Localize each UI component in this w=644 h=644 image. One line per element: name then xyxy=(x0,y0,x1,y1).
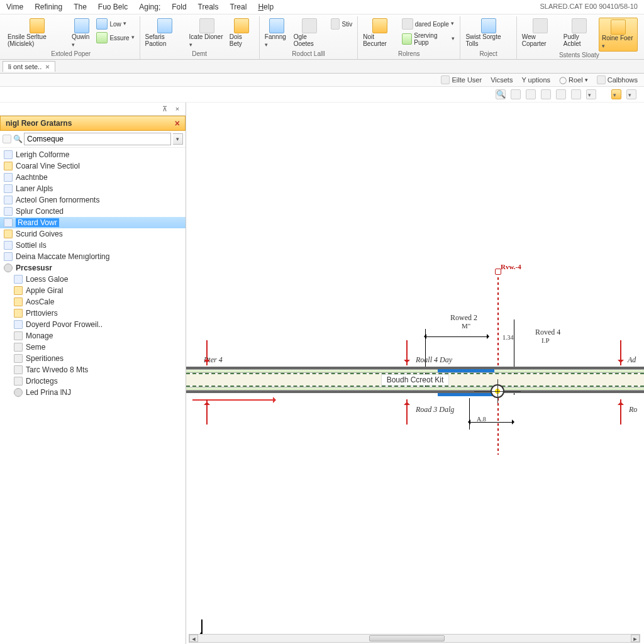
ribbon-button[interactable]: dared Eople xyxy=(401,18,457,30)
tool-icon xyxy=(269,18,284,33)
tree-item-label: Splur Concted xyxy=(16,207,64,216)
ribbon-button[interactable]: Quwin xyxy=(70,18,93,49)
ribbon-button[interactable]: Wew Coparter xyxy=(521,18,560,48)
tool-icon xyxy=(481,18,496,33)
tree-item[interactable]: Splur Concted xyxy=(0,206,186,217)
tree-item[interactable]: Doyerd Povor Froweil.. xyxy=(0,319,186,330)
main-area: ⊼ × nigl Reor Gratarns × 🔍 ▾ Lerigh Colf… xyxy=(0,103,644,644)
toolbar-button[interactable]: Vicsets xyxy=(491,76,513,84)
grid-icon xyxy=(14,343,23,352)
document-tab-strip: li ont sete.. × xyxy=(0,60,644,74)
scroll-right-icon[interactable]: ► xyxy=(631,635,640,642)
search-icon[interactable] xyxy=(571,89,581,99)
tree-icon[interactable] xyxy=(3,135,11,143)
tree-item[interactable]: Sottiel ıls xyxy=(0,240,186,251)
doc-icon xyxy=(4,218,13,227)
panel-title-text: nigl Reor Gratarns xyxy=(6,119,72,128)
close-icon[interactable]: × xyxy=(173,104,182,113)
canvas[interactable]: Rvw.-4 Rowed 2 M" Roved 4 I.P 1.34 Boudh… xyxy=(186,103,644,644)
document-tab[interactable]: li ont sete.. × xyxy=(3,61,55,72)
scroll-left-icon[interactable]: ◄ xyxy=(189,635,198,642)
pin-icon[interactable]: ⊼ xyxy=(160,104,169,113)
ribbon-button[interactable]: Fannng xyxy=(264,18,290,49)
tree-item-label: Sottiel ıls xyxy=(16,241,47,250)
search-dropdown[interactable]: ▾ xyxy=(173,133,183,145)
tree-item[interactable]: Monage xyxy=(0,330,186,341)
load-arrow-icon xyxy=(406,340,408,365)
tree-item[interactable]: Led Prina lNJ xyxy=(0,387,186,398)
tree-item[interactable]: Speritiones xyxy=(0,353,186,364)
menu-item[interactable]: Aging; xyxy=(139,3,160,11)
menu-item[interactable]: Fold xyxy=(172,3,186,11)
load-arrow-icon xyxy=(206,399,208,425)
tree-item[interactable]: Reard Vowr xyxy=(0,217,186,228)
pan-icon[interactable] xyxy=(541,89,551,99)
folder-icon xyxy=(4,162,13,170)
tree-item[interactable]: Drloctegs xyxy=(0,375,186,387)
menu-item[interactable]: Refining xyxy=(35,3,62,11)
lock-icon[interactable] xyxy=(526,89,536,99)
ribbon: Ensile Serltue (Micislek) Quwin Low Essu… xyxy=(0,14,644,60)
tree-item[interactable]: Seme xyxy=(0,341,186,353)
toolbar-button[interactable]: Calbhows xyxy=(597,75,638,84)
tool-icon xyxy=(199,18,214,33)
tree-item[interactable]: AosCale xyxy=(0,296,186,308)
doc-icon xyxy=(4,241,13,250)
view-icon[interactable] xyxy=(556,89,566,99)
ribbon-button[interactable]: Essure xyxy=(95,31,135,44)
search-input[interactable] xyxy=(24,133,171,145)
tree-item[interactable]: Aachtnbe xyxy=(0,172,186,183)
ribbon-button-active[interactable]: Roine Foer xyxy=(599,18,638,52)
tool-icon xyxy=(331,18,340,30)
tree-item[interactable]: Apple Giral xyxy=(0,285,186,296)
zoom-in-icon[interactable]: 🔍 xyxy=(496,89,506,99)
tree-item[interactable]: Tarc Wıvedo 8 Mts xyxy=(0,364,186,375)
ribbon-button[interactable]: Srerving Pupp xyxy=(401,31,457,47)
ribbon-button[interactable]: Dois Bety xyxy=(228,18,255,48)
menu-item[interactable]: Treal xyxy=(230,3,247,11)
tool-icon xyxy=(157,18,172,33)
close-icon[interactable]: × xyxy=(45,63,49,70)
toolbar-button[interactable]: ◯Roel▾ xyxy=(559,76,588,84)
tree-item-label: Reard Vowr xyxy=(16,218,59,227)
menu-item[interactable]: Treals xyxy=(198,3,219,11)
horizontal-scrollbar[interactable]: ◄ ► xyxy=(189,634,640,643)
tree-item[interactable]: Loess Galoe xyxy=(0,274,186,285)
window-dropdown[interactable] xyxy=(626,89,636,99)
tree-item[interactable]: Acteol Gnen fornorments xyxy=(0,194,186,206)
ribbon-button[interactable]: Ensile Serltue (Micislek) xyxy=(6,18,68,48)
ribbon-button[interactable]: Swist Sorgte Tolls xyxy=(464,18,512,48)
tree-item[interactable]: Scurid Goives xyxy=(0,228,186,240)
tree-item[interactable]: Deina Maccate Menıglorting xyxy=(0,251,186,262)
ribbon-button[interactable]: Pudly Acblet xyxy=(562,18,596,48)
tree-group-header[interactable]: Prcsesusr xyxy=(0,262,186,274)
menu-item[interactable]: Vime xyxy=(6,3,23,11)
tool-icon xyxy=(611,19,626,35)
doc-icon xyxy=(4,207,13,216)
zoom-out-icon[interactable] xyxy=(511,89,521,99)
ribbon-button[interactable]: Stiv xyxy=(330,18,353,30)
dim-arrow xyxy=(425,336,488,337)
tree: Lerigh ColformeCoaral Vine SectiolAachtn… xyxy=(0,148,186,644)
layers-dropdown[interactable] xyxy=(586,89,596,99)
joint-marker-icon[interactable] xyxy=(491,384,504,398)
ribbon-button[interactable]: Low xyxy=(95,18,135,30)
ribbon-button[interactable]: Noit Becurter xyxy=(362,18,398,48)
highlight-dropdown[interactable] xyxy=(611,89,621,99)
scroll-thumb[interactable] xyxy=(369,635,445,641)
ribbon-button[interactable]: Icate Dioner xyxy=(188,18,226,49)
toolbar-button[interactable]: Y uptions xyxy=(521,76,550,84)
ribbon-button[interactable]: Ogle Ooetes xyxy=(292,18,327,48)
tree-item[interactable]: Lerigh Colforme xyxy=(0,149,186,160)
ribbon-group: Ensile Serltue (Micislek) Quwin Low Essu… xyxy=(3,16,140,59)
toolbar-button[interactable]: Eilte User xyxy=(441,75,482,84)
panel-close-icon[interactable]: × xyxy=(175,118,180,128)
tree-item[interactable]: Coaral Vine Sectiol xyxy=(0,160,186,172)
tree-item[interactable]: Prttoviers xyxy=(0,308,186,319)
menu-item[interactable]: The xyxy=(74,3,87,11)
ribbon-button[interactable]: Sefaris Paotion xyxy=(144,18,186,48)
doc-icon xyxy=(4,252,13,261)
menu-help[interactable]: Help xyxy=(258,3,274,11)
tree-item[interactable]: Laner Alpls xyxy=(0,183,186,194)
menu-item[interactable]: Fuo Belc xyxy=(98,3,128,11)
